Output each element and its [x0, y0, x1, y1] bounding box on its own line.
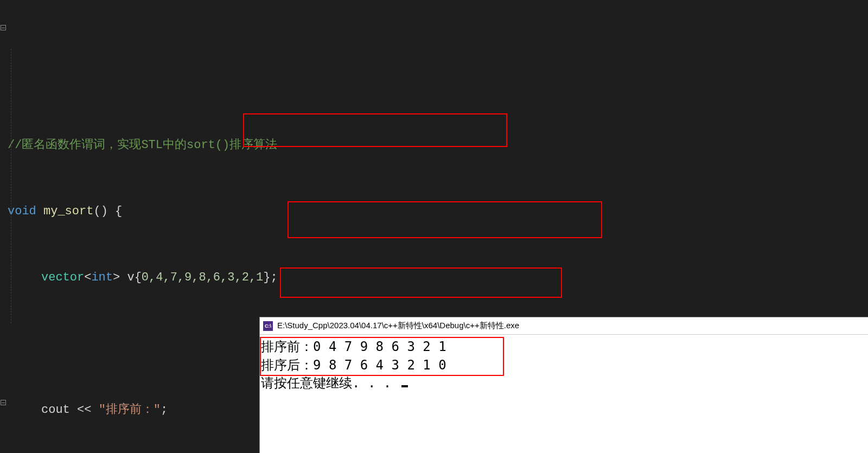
console-window: C:\ E:\Study_Cpp\2023.04\04.17\c++新特性\x6…	[259, 317, 868, 453]
console-title: E:\Study_Cpp\2023.04\04.17\c++新特性\x64\De…	[277, 321, 519, 331]
console-output-line: 排序前：0 4 7 9 8 6 3 2 1	[260, 338, 868, 356]
code-line[interactable]: vector<int> v{0,4,7,9,8,6,3,2,1};	[0, 267, 868, 289]
var-decl: v{	[120, 271, 142, 284]
keyword-void: void	[8, 205, 36, 218]
func-name: my_sort	[36, 205, 94, 218]
type-int: int	[91, 271, 113, 284]
number-list: 0,4,7,9,8,6,3,2,1	[142, 271, 263, 284]
cursor-icon	[401, 385, 408, 387]
type-vector: vector	[41, 271, 84, 284]
angle-bracket: >	[113, 271, 120, 284]
fold-marker[interactable]	[1, 400, 6, 405]
comment: //匿名函数作谓词，实现STL中的sort()排序算法	[8, 138, 277, 152]
console-titlebar[interactable]: C:\ E:\Study_Cpp\2023.04\04.17\c++新特性\x6…	[260, 317, 868, 335]
console-prompt-line: 请按任意键继续. . .	[260, 374, 868, 393]
punct: };	[263, 271, 277, 284]
cout: cout <<	[41, 403, 99, 417]
console-body[interactable]: 排序前：0 4 7 9 8 6 3 2 1 排序后：9 8 7 6 4 3 2 …	[260, 335, 868, 393]
string-literal: "排序前："	[99, 403, 161, 417]
console-output-line: 排序后：9 8 7 6 4 3 2 1 0	[260, 356, 868, 375]
punct: () {	[93, 205, 122, 218]
code-line[interactable]: void my_sort() {	[0, 201, 868, 223]
code-line[interactable]: //匿名函数作谓词，实现STL中的sort()排序算法	[0, 135, 868, 157]
console-icon: C:\	[263, 321, 273, 331]
angle-bracket: <	[84, 271, 91, 284]
semicolon: ;	[161, 403, 168, 417]
fold-marker[interactable]	[1, 25, 6, 30]
